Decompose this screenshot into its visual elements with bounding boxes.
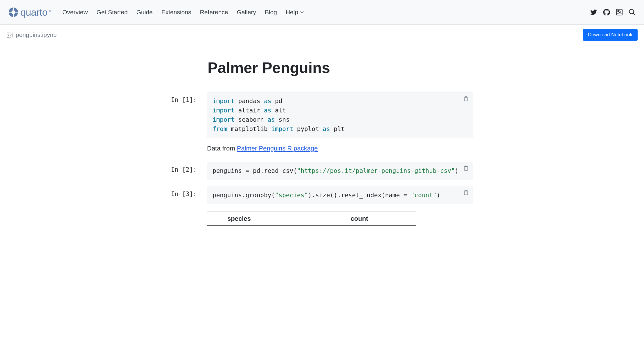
- chevron-down-icon: [300, 10, 304, 14]
- nav-help[interactable]: Help: [286, 9, 304, 16]
- copy-code-button[interactable]: [463, 95, 469, 103]
- cell-prompt: In [1]:: [171, 92, 207, 103]
- data-source-note: Data from Palmer Penguins R package: [207, 145, 473, 152]
- nav-extensions[interactable]: Extensions: [161, 9, 191, 16]
- subheader: penguins.ipynb Download Notebook: [0, 25, 644, 45]
- clipboard-icon: [463, 96, 469, 102]
- search-icon: [628, 8, 636, 16]
- brand-logo[interactable]: quarto ®: [8, 7, 51, 18]
- rss-link[interactable]: [616, 8, 623, 16]
- output-table: species count: [207, 211, 416, 226]
- nav-overview[interactable]: Overview: [62, 9, 88, 16]
- cell-prompt: In [3]:: [171, 187, 207, 198]
- download-notebook-button[interactable]: Download Notebook: [583, 29, 638, 41]
- copy-code-button[interactable]: [463, 165, 469, 173]
- clipboard-icon: [463, 189, 469, 196]
- notebook-cell: In [3]: penguins.groupby("species").size…: [171, 187, 473, 205]
- notebook-cell: In [1]: import pandas as pd import altai…: [171, 92, 473, 138]
- main-content: Palmer Penguins In [1]: import pandas as…: [162, 45, 482, 235]
- rss-icon: [616, 9, 623, 15]
- nav-reference[interactable]: Reference: [200, 9, 228, 16]
- notebook-filename: penguins.ipynb: [16, 31, 57, 38]
- svg-point-3: [11, 10, 15, 14]
- output-table-wrap: species count: [207, 211, 473, 226]
- nav-guide[interactable]: Guide: [136, 9, 153, 16]
- brand-name: quarto: [20, 7, 47, 18]
- svg-line-7: [633, 13, 635, 15]
- nav-links: Overview Get Started Guide Extensions Re…: [62, 9, 304, 16]
- trademark-icon: ®: [49, 10, 51, 13]
- nav-help-label: Help: [286, 9, 298, 16]
- clipboard-icon: [463, 165, 469, 171]
- twitter-icon: [590, 9, 597, 16]
- quarto-logo-icon: [8, 7, 19, 17]
- nav-get-started[interactable]: Get Started: [96, 9, 127, 16]
- page-title: Palmer Penguins: [208, 59, 473, 76]
- svg-point-6: [629, 9, 634, 14]
- copy-code-button[interactable]: [463, 189, 469, 197]
- github-link[interactable]: [603, 8, 610, 16]
- palmer-penguins-link[interactable]: Palmer Penguins R package: [237, 145, 318, 152]
- search-button[interactable]: [628, 8, 636, 16]
- table-header-row: species count: [207, 211, 416, 226]
- code-block: penguins = pd.read_csv("https://pos.it/p…: [207, 162, 473, 180]
- code-block: import pandas as pd import altair as alt…: [207, 92, 473, 138]
- col-count: count: [275, 211, 416, 226]
- github-icon: [603, 9, 610, 16]
- code-block: penguins.groupby("species").size().reset…: [207, 187, 473, 205]
- svg-point-5: [618, 13, 619, 14]
- top-nav: quarto ® Overview Get Started Guide Exte…: [0, 0, 644, 25]
- nav-right: [590, 8, 636, 16]
- prose-prefix: Data from: [207, 145, 237, 152]
- notebook-file-label: penguins.ipynb: [6, 31, 57, 38]
- notebook-cell: In [2]: penguins = pd.read_csv("https://…: [171, 162, 473, 180]
- col-species: species: [207, 211, 275, 226]
- twitter-link[interactable]: [590, 8, 598, 16]
- cell-prompt: In [2]:: [171, 162, 207, 173]
- nav-blog[interactable]: Blog: [265, 9, 277, 16]
- nav-gallery[interactable]: Gallery: [237, 9, 256, 16]
- code-file-icon: [6, 32, 13, 38]
